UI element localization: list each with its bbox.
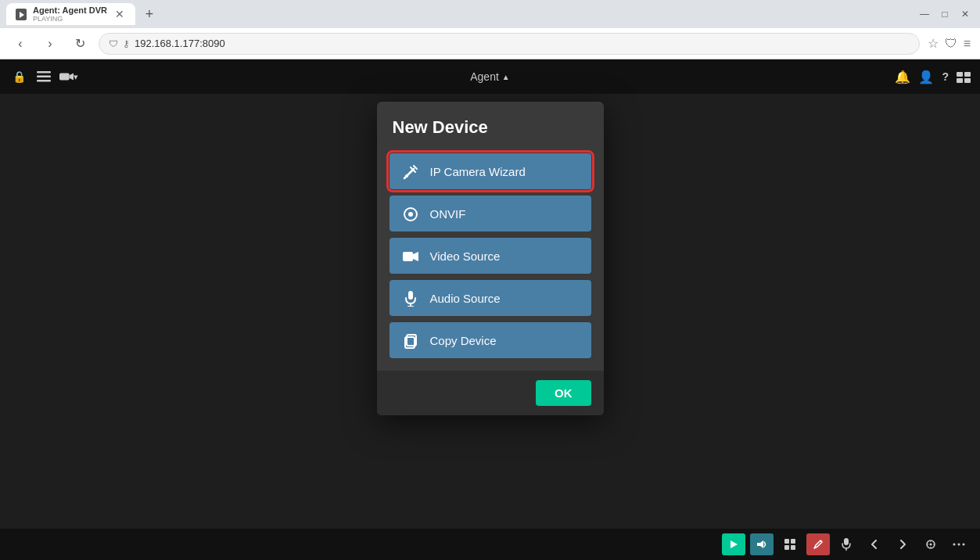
svg-rect-31 [844,538,849,545]
lock-icon: 🛡 [109,38,118,49]
svg-rect-3 [37,76,51,78]
dialog-footer: OK [377,371,604,415]
tab-favicon [16,9,27,20]
address-right-icons: ☆ 🛡 ≡ [928,36,971,51]
refresh-button[interactable]: ↻ [69,33,91,55]
url-bar[interactable]: 🛡 ⚷ 192.168.1.177:8090 [99,33,920,55]
copy-device-button[interactable]: Copy Device [389,322,591,358]
layout-icon[interactable] [957,70,971,84]
svg-rect-4 [37,80,51,82]
onvif-icon [402,205,419,221]
dialog-body: IP Camera Wizard ONVIF [377,150,604,371]
app-title[interactable]: Agent ▲ [470,70,510,83]
back-nav-button[interactable] [863,533,886,555]
svg-point-39 [963,544,965,546]
onvif-button[interactable]: ONVIF [389,196,591,232]
new-device-dialog: New Device IP Camera Wi [377,102,604,415]
svg-rect-5 [59,74,70,81]
url-text: 192.168.1.177:8090 [135,38,910,49]
more-button[interactable] [947,533,971,555]
video-source-label: Video Source [430,249,501,263]
svg-rect-7 [957,72,963,77]
ok-button[interactable]: OK [536,380,591,406]
svg-rect-28 [784,545,789,550]
svg-point-38 [958,544,960,546]
camera-toolbar-icon[interactable]: ▾ [59,67,78,86]
tab-title: Agent: Agent DVR [33,5,107,15]
svg-rect-27 [791,539,795,544]
help-icon[interactable]: ? [942,70,949,83]
copy-device-label: Copy Device [430,334,497,347]
forward-button[interactable]: › [39,33,61,55]
tab-title-wrap: Agent: Agent DVR PLAYING [33,5,107,23]
app-title-arrow: ▲ [502,73,510,81]
home-button[interactable] [919,533,942,555]
svg-point-37 [953,544,956,546]
lock-toolbar-icon[interactable]: 🔒 [9,67,28,86]
ip-camera-wizard-button[interactable]: IP Camera Wizard [389,153,591,189]
ip-camera-wizard-label: IP Camera Wizard [430,165,526,178]
extensions-icon[interactable]: ≡ [964,37,971,51]
dialog-overlay: New Device IP Camera Wi [0,94,980,529]
svg-rect-10 [964,78,971,83]
tab-subtitle: PLAYING [33,15,107,23]
main-content: New Device IP Camera Wi [0,94,980,529]
bottom-toolbar [0,529,980,560]
grid-button[interactable] [778,533,802,555]
browser-chrome: Agent: Agent DVR PLAYING ✕ + — □ ✕ ‹ › ↻… [0,0,980,59]
wizard-icon [402,163,419,179]
maximize-button[interactable]: □ [936,5,953,23]
tab-close-button[interactable]: ✕ [113,6,126,22]
app-title-text: Agent [470,70,499,83]
audio-icon [402,289,419,306]
video-source-button[interactable]: Video Source [389,238,591,274]
svg-rect-9 [957,78,963,83]
audio-source-label: Audio Source [430,292,501,305]
app-area: 🔒 ▾ Agent ▲ 🔔 👤 ? New Device [0,59,980,560]
svg-rect-26 [784,539,789,544]
menu-toolbar-icon[interactable] [34,67,53,86]
edit-button[interactable] [806,533,830,555]
tab-bar: Agent: Agent DVR PLAYING ✕ + — □ ✕ [0,0,980,28]
app-toolbar: 🔒 ▾ Agent ▲ 🔔 👤 ? [0,59,980,94]
address-bar: ‹ › ↻ 🛡 ⚷ 192.168.1.177:8090 ☆ 🛡 ≡ [0,28,980,59]
key-icon: ⚷ [123,38,130,49]
onvif-label: ONVIF [430,207,466,221]
minimize-button[interactable]: — [916,5,933,23]
svg-marker-25 [757,540,763,548]
new-tab-button[interactable]: + [138,3,160,25]
svg-rect-8 [964,72,971,77]
svg-rect-17 [403,252,413,261]
right-toolbar: 🔔 👤 ? [895,70,971,84]
mic-button[interactable] [835,533,858,555]
window-controls: — □ ✕ [916,5,974,23]
shield-icon[interactable]: 🛡 [945,37,957,51]
svg-rect-29 [791,545,795,550]
bell-icon[interactable]: 🔔 [895,70,910,84]
svg-point-16 [408,212,413,217]
play-button[interactable] [722,533,745,555]
svg-rect-19 [408,291,413,300]
audio-source-button[interactable]: Audio Source [389,280,591,316]
svg-line-30 [820,540,822,542]
dialog-title: New Device [393,117,588,138]
svg-marker-18 [413,252,418,261]
svg-rect-2 [37,71,51,74]
svg-marker-24 [731,540,738,548]
user-icon[interactable]: 👤 [918,70,934,84]
bookmark-icon[interactable]: ☆ [928,36,939,51]
svg-point-14 [405,174,408,178]
active-tab[interactable]: Agent: Agent DVR PLAYING ✕ [6,3,135,25]
copy-icon [402,332,419,348]
volume-button[interactable] [750,533,774,555]
back-button[interactable]: ‹ [9,33,31,55]
video-icon [402,248,419,264]
forward-nav-button[interactable] [891,533,914,555]
dialog-header: New Device [377,102,604,150]
close-button[interactable]: ✕ [957,5,974,23]
